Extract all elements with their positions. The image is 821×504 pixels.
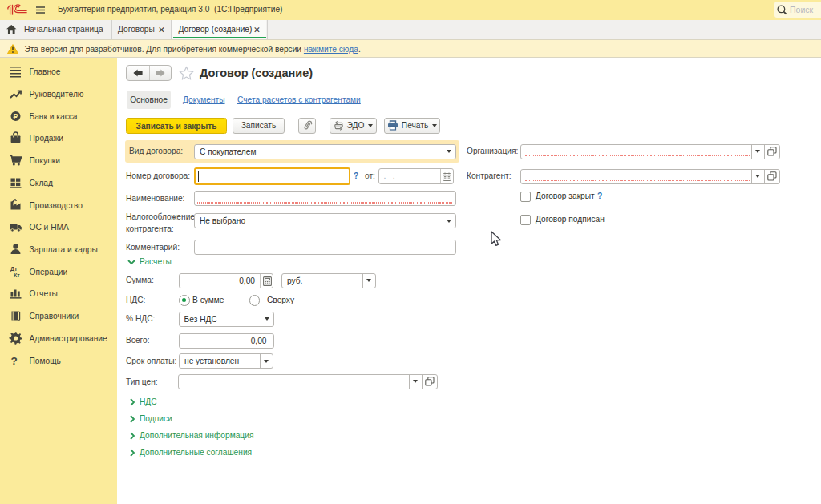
svg-text:Кт: Кт bbox=[14, 272, 20, 277]
svg-text:P: P bbox=[13, 112, 18, 120]
